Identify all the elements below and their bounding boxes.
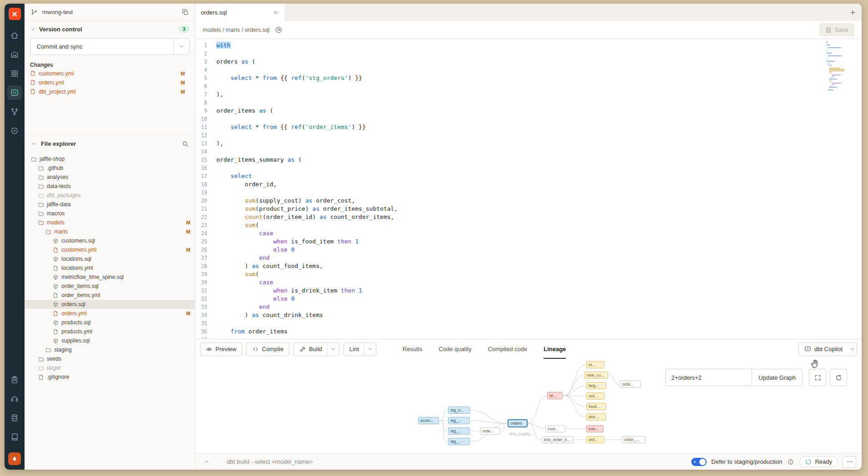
preview-button[interactable]: Preview — [200, 342, 242, 356]
file-tree-item-dbt_packages[interactable]: dbt_packages — [25, 191, 195, 200]
file-tree-item-customers.sql[interactable]: customers.sql — [25, 236, 195, 245]
command-input[interactable]: dbt build --select <model_name> — [227, 458, 313, 465]
code-line-3[interactable]: 3orders as ( — [195, 58, 862, 66]
file-tree-item-order_items.sql[interactable]: order_items.sql — [25, 282, 195, 291]
code-line-2[interactable]: 2 — [195, 50, 862, 58]
lineage-node-ecom[interactable]: ecom... — [418, 417, 439, 424]
file-tree-item-orders.yml[interactable]: orders.ymlM — [25, 309, 195, 318]
file-tree-item-supplies.sql[interactable]: supplies.sql — [25, 336, 195, 345]
file-tree-item-staging[interactable]: staging — [25, 345, 195, 354]
code-line-19[interactable]: 19 — [195, 188, 862, 197]
file-tree-item-marts[interactable]: martsM — [25, 227, 195, 236]
dbt-copilot-button[interactable]: dbt Copilot — [798, 342, 857, 356]
lineage-node-orde2[interactable]: orde... — [620, 381, 641, 388]
code-line-29[interactable]: 29 sum( — [195, 270, 862, 278]
nav-item-tasks[interactable] — [7, 372, 22, 387]
code-line-26[interactable]: 26 else 0 — [195, 246, 862, 254]
code-line-34[interactable]: 34 ) as count_drink_items — [195, 311, 862, 319]
code-line-36[interactable]: 36 from order_items — [195, 327, 862, 336]
code-line-1[interactable]: 1with — [195, 41, 862, 50]
file-tree-item-seeds[interactable]: seeds — [25, 354, 195, 363]
copilot-dropdown-icon[interactable] — [848, 343, 857, 356]
file-tree-item-products.sql[interactable]: products.sql — [25, 318, 195, 327]
more-options-button[interactable] — [843, 456, 856, 468]
code-line-10[interactable]: 10 — [195, 115, 862, 123]
code-line-8[interactable]: 8 — [195, 99, 862, 107]
new-tab-button[interactable] — [843, 4, 862, 21]
file-tree-item-orders.sql[interactable]: orders.sql — [25, 300, 195, 309]
lint-dropdown-icon[interactable] — [364, 343, 376, 356]
refresh-button[interactable] — [830, 369, 847, 386]
build-dropdown-icon[interactable] — [327, 343, 339, 356]
code-line-30[interactable]: 30 case — [195, 278, 862, 287]
changed-file-customers.yml[interactable]: customers.ymlM — [30, 69, 190, 77]
file-tree-item-order_items.yml[interactable]: order_items.yml — [25, 291, 195, 300]
lineage-node-cusp[interactable]: cus... — [586, 425, 604, 432]
code-line-11[interactable]: 11 select * from {{ ref('order_items') }… — [195, 123, 862, 131]
code-line-17[interactable]: 17 select — [195, 172, 862, 180]
lineage-selector-input[interactable] — [665, 369, 752, 386]
code-line-6[interactable]: 6 — [195, 82, 862, 90]
version-control-header[interactable]: Version control 3 — [30, 25, 190, 33]
update-graph-button[interactable]: Update Graph — [752, 369, 803, 386]
file-tree-item-analyses[interactable]: analyses — [25, 173, 195, 182]
code-line-15[interactable]: 15order_items_summary as ( — [195, 156, 862, 164]
commit-and-sync-button[interactable]: Commit and sync — [30, 38, 190, 55]
code-line-32[interactable]: 32 else 0 — [195, 295, 862, 303]
code-line-22[interactable]: 22 count(order_item_id) as count_order_i… — [195, 213, 862, 221]
copy-branch-icon[interactable] — [181, 8, 190, 16]
info-icon[interactable] — [787, 458, 795, 466]
nav-item-apps[interactable] — [7, 66, 22, 81]
file-tree-item-locations.sql[interactable]: locations.sql — [25, 254, 195, 263]
tab-orders-sql[interactable]: orders.sql — [195, 4, 285, 21]
close-tab-icon[interactable] — [272, 9, 279, 16]
code-line-33[interactable]: 33 end — [195, 303, 862, 311]
code-line-27[interactable]: 27 end — [195, 254, 862, 262]
file-tree-item-jaffle-data[interactable]: jaffle-data — [25, 200, 195, 209]
code-line-16[interactable]: 16 — [195, 164, 862, 172]
lineage-node-ory[interactable]: or... — [586, 361, 604, 368]
file-tree-item-customers.yml[interactable]: customers.ymlM — [25, 245, 195, 254]
file-tree-item-metricflow_time_spine.sql[interactable]: metricflow_time_spine.sql — [25, 273, 195, 282]
code-line-14[interactable]: 14 — [195, 148, 862, 156]
lineage-node-testsup[interactable]: test_supply... — [507, 430, 541, 437]
search-icon[interactable] — [181, 139, 190, 148]
file-tree-item-target[interactable]: target — [25, 363, 195, 372]
lineage-node-cust[interactable]: cust... — [545, 425, 565, 432]
code-line-7[interactable]: 7), — [195, 90, 862, 99]
file-tree-item-.gitignore[interactable]: .gitignore — [25, 372, 195, 382]
file-tree-item-products.yml[interactable]: products.yml — [25, 327, 195, 336]
lineage-node-drin[interactable]: drin... — [586, 413, 606, 421]
code-line-9[interactable]: 9order_items as ( — [195, 107, 862, 115]
lineage-node-orders[interactable]: orders — [508, 420, 527, 427]
code-line-35[interactable]: 35 — [195, 319, 862, 327]
panel-tab-compiled-code[interactable]: Compiled code — [488, 339, 527, 359]
file-tree-item-locations.yml[interactable]: locations.yml — [25, 263, 195, 273]
nav-item-home[interactable] — [7, 28, 22, 43]
code-line-5[interactable]: 5 select * from {{ ref('stg_orders') }} — [195, 74, 862, 82]
minimap[interactable] — [826, 42, 857, 92]
lineage-node-ord1[interactable]: ord... — [586, 392, 604, 400]
lineage-node-food[interactable]: food... — [586, 403, 606, 410]
lint-button[interactable]: Lint — [344, 342, 376, 356]
status-badge[interactable]: Ready — [799, 456, 838, 467]
code-line-24[interactable]: 24 case — [195, 229, 862, 238]
code-line-12[interactable]: 12 — [195, 131, 862, 139]
lineage-panel[interactable]: ecom...stg_o...stg_...stg_...stg_...orde… — [195, 359, 862, 453]
changed-file-dbt_project.yml[interactable]: dbt_project.ymlM — [30, 88, 190, 95]
lineage-node-larg[interactable]: larg... — [586, 382, 606, 389]
lineage-node-ord2[interactable]: ord... — [586, 436, 604, 443]
lineage-node-orde1[interactable]: orde... — [480, 427, 500, 435]
file-tree-item-jaffle-shop[interactable]: jaffle-shop — [25, 154, 195, 164]
user-avatar[interactable] — [8, 452, 21, 465]
lineage-node-stg3[interactable]: stg_... — [448, 438, 470, 445]
file-tree-item-macros[interactable]: macros — [25, 209, 195, 218]
nav-item-catalog[interactable] — [7, 411, 22, 425]
code-line-4[interactable]: 4 — [195, 66, 862, 74]
nav-item-docs[interactable] — [7, 430, 22, 444]
file-explorer-header[interactable]: File explorer — [25, 139, 195, 148]
panel-tab-code-quality[interactable]: Code quality — [439, 339, 471, 359]
code-line-28[interactable]: 28 ) as count_food_items, — [195, 262, 862, 270]
file-tree-item-data-tests[interactable]: data-tests — [25, 182, 195, 191]
open-lineage-link-icon[interactable] — [274, 25, 283, 35]
